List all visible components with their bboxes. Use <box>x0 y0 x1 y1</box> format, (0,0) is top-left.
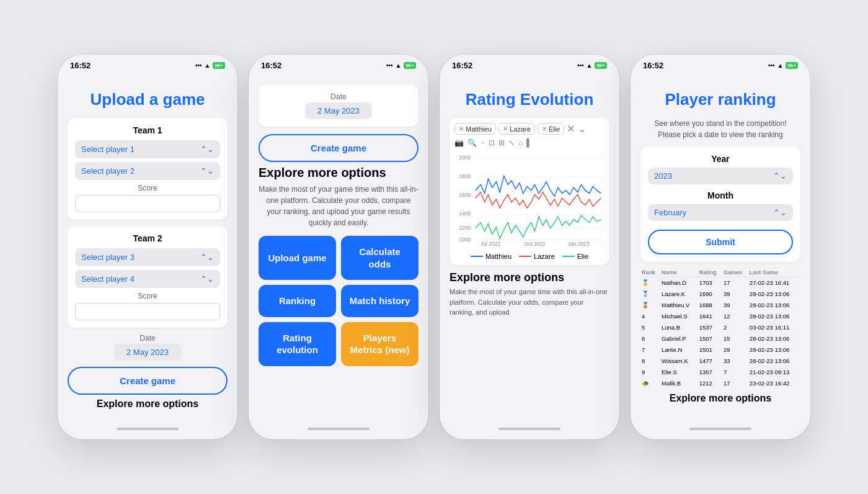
name-cell: Gabriel.P <box>660 333 698 344</box>
player3-select[interactable]: Select player 3 ⌃⌄ <box>75 248 220 266</box>
status-icons-3: ••• ▲ 96+ <box>577 62 607 69</box>
month-select[interactable]: February ⌃⌄ <box>648 204 793 221</box>
tag-elie-x[interactable]: ✕ <box>542 125 547 132</box>
tag-lazare[interactable]: ✕ Lazare <box>498 123 535 135</box>
team2-section: Team 2 Select player 3 ⌃⌄ Select player … <box>68 226 228 328</box>
rating-cell: 1477 <box>698 356 722 367</box>
option-calculate[interactable]: Calculate odds <box>341 236 418 280</box>
player3-label: Select player 3 <box>81 253 135 262</box>
chart-tool-pan[interactable]: ⊡ <box>489 138 495 147</box>
rank-cell: 🥈 <box>640 289 660 300</box>
col-rating: Rating <box>698 268 722 277</box>
tag-lazare-x[interactable]: ✕ <box>503 125 508 132</box>
options-desc: Make the most of your game time with thi… <box>259 184 418 228</box>
table-row: 🥈 Lazare.K 1690 39 28-02-23 13:06 <box>640 289 800 300</box>
chart-tool-zoom-out[interactable]: − <box>480 138 485 147</box>
options-title: Explore more options <box>259 166 418 180</box>
date-value-2[interactable]: 2 May 2023 <box>305 102 372 119</box>
status-icons-1: ••• ▲ 96+ <box>195 62 225 69</box>
rating-cell: 1641 <box>698 311 722 322</box>
legend-matthieu-line <box>471 256 483 257</box>
name-cell: Wissam.K <box>660 356 698 367</box>
rating-cell: 1688 <box>698 300 722 311</box>
bottom-bar-3 <box>440 422 619 439</box>
option-rating-label: Rating evolution <box>265 332 330 356</box>
status-badge-1: 96+ <box>213 62 225 69</box>
option-ranking[interactable]: Ranking <box>259 285 336 317</box>
last-game-cell: 28-02-23 13:06 <box>748 356 800 367</box>
rating-cell: 1507 <box>698 333 722 344</box>
score2-label: Score <box>75 292 220 300</box>
last-game-cell: 27-02-23 16:41 <box>748 277 800 289</box>
chart-toolbar: 📷 🔍 − ⊡ ⊞ ⤡ ⌂ ▌ <box>454 138 604 147</box>
games-cell: 2 <box>722 322 748 333</box>
rating-cell: 1212 <box>698 378 722 389</box>
phone3-content: Rating Evolution ✕ Matthieu ✕ Lazare ✕ E… <box>440 85 619 422</box>
signal-icon-2: ••• <box>386 62 393 69</box>
last-game-cell: 28-02-23 13:06 <box>748 344 800 356</box>
legend-lazare-line <box>519 256 531 257</box>
notch-4 <box>693 71 748 84</box>
option-upload[interactable]: Upload game <box>259 236 336 280</box>
status-badge-2: 96+ <box>404 62 416 69</box>
table-row: 8 Wissam.K 1477 33 28-02-23 13:06 <box>640 356 800 367</box>
player2-select[interactable]: Select player 2 ⌃⌄ <box>75 162 220 180</box>
team1-section: Team 1 Select player 1 ⌃⌄ Select player … <box>68 118 228 220</box>
rank-cell: 5 <box>640 322 660 333</box>
wifi-icon-4: ▲ <box>777 62 784 69</box>
svg-text:1400: 1400 <box>459 210 471 217</box>
status-icons-4: ••• ▲ 96+ <box>768 62 798 69</box>
player3-arrow: ⌃⌄ <box>200 253 214 262</box>
bottom-bar-2 <box>249 422 428 439</box>
legend-matthieu-label: Matthieu <box>485 253 512 260</box>
footer-1: Explore more options <box>68 398 228 410</box>
chart-tool-select[interactable]: ⊞ <box>498 138 505 147</box>
col-last: Last Game <box>748 268 800 277</box>
date-value-1[interactable]: 2 May 2023 <box>114 344 181 361</box>
rating-cell: 1537 <box>698 322 722 333</box>
year-select[interactable]: 2023 ⌃⌄ <box>648 168 793 184</box>
table-row: 4 Michael.S 1641 12 28-02-23 13:06 <box>640 311 800 322</box>
chart-tool-camera[interactable]: 📷 <box>454 138 464 147</box>
player2-label: Select player 2 <box>81 166 135 176</box>
tags-more[interactable]: ✕ ⌄ <box>567 123 585 135</box>
col-rank: Rank <box>640 268 660 277</box>
create-game-btn-2[interactable]: Create game <box>259 134 418 162</box>
player4-select[interactable]: Select player 4 ⌃⌄ <box>75 270 220 288</box>
games-cell: 12 <box>722 311 748 322</box>
ranking-table: Rank Name Rating Games Last Game 🥇 Natha… <box>640 268 800 389</box>
tag-matthieu[interactable]: ✕ Matthieu <box>454 123 496 135</box>
phone1-content: Upload a game Team 1 Select player 1 ⌃⌄ … <box>58 85 237 422</box>
submit-btn[interactable]: Submit <box>648 230 793 254</box>
rating-title: Rating Evolution <box>450 90 609 109</box>
table-row: 🐢 Malik.B 1212 17 23-02-23 16:42 <box>640 378 800 389</box>
option-rating[interactable]: Rating evolution <box>259 322 336 366</box>
score1-input[interactable] <box>75 195 220 212</box>
rating-cell: 1501 <box>698 344 722 356</box>
svg-text:1800: 1800 <box>459 173 471 179</box>
games-cell: 15 <box>722 333 748 344</box>
option-match-history[interactable]: Match history <box>341 285 418 317</box>
phone-ranking: 16:52 ••• ▲ 96+ Player ranking See where… <box>631 55 810 439</box>
date-label-2: Date <box>266 92 411 101</box>
col-name: Name <box>660 268 698 277</box>
phone2-content: Date 2 May 2023 Create game Explore more… <box>249 85 428 422</box>
option-metrics[interactable]: Players Metrics (new) <box>341 322 418 366</box>
wifi-icon-2: ▲ <box>396 62 402 69</box>
player1-select[interactable]: Select player 1 ⌃⌄ <box>75 140 220 158</box>
last-game-cell: 28-02-23 13:06 <box>748 333 800 344</box>
chart-tool-zoom-in[interactable]: 🔍 <box>467 138 477 147</box>
chart-tool-bar[interactable]: ▌ <box>526 138 532 147</box>
chart-tool-fullscreen[interactable]: ⤡ <box>508 138 515 147</box>
rating-cell: 1703 <box>698 277 722 289</box>
score2-input[interactable] <box>75 303 220 320</box>
tag-matthieu-x[interactable]: ✕ <box>459 125 464 132</box>
games-cell: 29 <box>722 344 748 356</box>
rank-cell: 6 <box>640 333 660 344</box>
option-ranking-label: Ranking <box>279 295 316 307</box>
tag-elie[interactable]: ✕ Elie <box>538 123 564 135</box>
chart-tool-home[interactable]: ⌂ <box>518 138 523 147</box>
year-label: Year <box>648 154 793 164</box>
create-game-btn-1[interactable]: Create game <box>68 367 228 395</box>
footer-4: Explore more options <box>640 393 800 404</box>
